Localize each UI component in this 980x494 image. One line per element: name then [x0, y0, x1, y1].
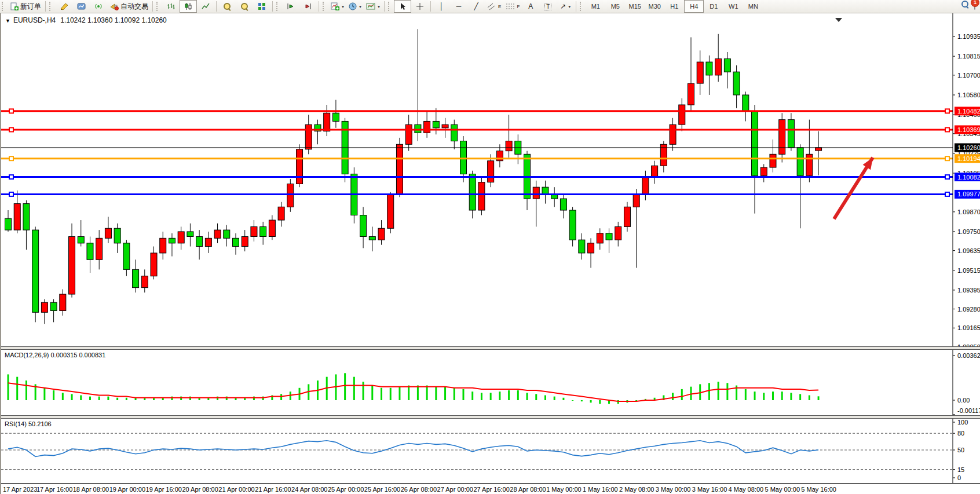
chart-shift-marker[interactable] [835, 18, 842, 22]
time-axis-label: 25 Apr 16:00 [364, 486, 400, 493]
text-tool[interactable]: A [522, 0, 539, 13]
candle-bearish [187, 232, 193, 237]
toolbar-drag-handle[interactable] [276, 2, 280, 11]
rsi-pane[interactable]: 1008050150 RSI(14) 50.2106 [1, 419, 980, 483]
candle-bullish [41, 302, 47, 312]
time-axis-label: 5 May 16:00 [801, 486, 836, 493]
arrows-tool-dropdown[interactable]: ↗ ▾ [557, 0, 574, 13]
timeframe-button-M1[interactable]: M1 [586, 0, 605, 13]
styler-button[interactable] [55, 0, 72, 13]
candle-bullish [251, 226, 257, 236]
macd-signal-line [8, 383, 818, 401]
rsi-tick-label: 80 [957, 430, 964, 437]
hline-handle[interactable] [945, 109, 949, 113]
equidistant-channel-tool[interactable]: E [485, 0, 503, 13]
toolbar-separator [384, 1, 385, 12]
bar-chart-button[interactable] [162, 0, 180, 13]
toolbar-drag-handle[interactable] [580, 2, 584, 11]
toolbar-separator [152, 1, 153, 12]
rsi-value: 50.2106 [28, 420, 52, 427]
time-axis[interactable]: 17 Apr 202317 Apr 16:0018 Apr 08:0019 Ap… [1, 483, 980, 494]
toolbar-drag-handle[interactable] [2, 2, 6, 11]
zoom-out-button[interactable] [236, 0, 253, 13]
timeframe-button-MN[interactable]: MN [743, 0, 763, 13]
time-axis-label: 27 Apr 16:00 [473, 486, 509, 493]
timeframe-button-W1[interactable]: W1 [723, 0, 743, 13]
periods-dropdown[interactable]: ▾ [346, 0, 364, 13]
price-chart-canvas[interactable]: 1.109351.108151.107001.105801.104601.103… [1, 13, 980, 346]
hline-handle[interactable] [945, 156, 949, 160]
chart-profile-button[interactable] [72, 0, 90, 13]
search-button[interactable] [961, 1, 968, 9]
macd-histogram-bar [517, 390, 519, 400]
hline-handle[interactable] [9, 109, 13, 113]
chart-window: 1.109351.108151.107001.105801.104601.103… [0, 13, 980, 494]
time-axis-label: 28 Apr 08:00 [510, 486, 546, 493]
hline-handle[interactable] [945, 127, 949, 131]
main-price-pane[interactable]: 1.109351.108151.107001.105801.104601.103… [1, 13, 980, 346]
signal-button[interactable] [90, 0, 107, 13]
fibonacci-tool[interactable]: F [503, 0, 522, 13]
candle-bullish [697, 62, 703, 83]
candle-bearish [743, 95, 749, 111]
indicators-dropdown[interactable]: ▾ [328, 0, 346, 13]
candle-bullish [96, 238, 103, 259]
candle-bullish [396, 144, 403, 193]
candle-bearish [360, 215, 367, 237]
hline-handle[interactable] [945, 175, 949, 179]
templates-dropdown[interactable]: ▾ [364, 0, 382, 13]
hline-handle[interactable] [9, 175, 13, 179]
time-axis-label: 21 Apr 16:00 [255, 486, 291, 493]
toolbar-drag-handle[interactable] [156, 2, 160, 11]
hline-handle[interactable] [9, 127, 13, 131]
clock-icon [349, 2, 357, 10]
one-click-trading-toggle[interactable]: ▼ [5, 18, 10, 24]
tile-windows-button[interactable] [253, 0, 270, 13]
hline-handle[interactable] [9, 156, 13, 160]
new-order-button[interactable]: 新订单 [8, 0, 43, 13]
toolbar-separator [216, 1, 217, 12]
cursor-tool-button[interactable] [394, 0, 411, 13]
hline-price-label: 1.10260 [957, 144, 980, 151]
candle-bearish [260, 226, 266, 236]
macd-histogram-bar [544, 396, 546, 400]
candle-bearish [114, 228, 120, 243]
auto-scroll-button[interactable] [282, 0, 299, 13]
toolbar-drag-handle[interactable] [388, 2, 392, 11]
macd-histogram-bar [189, 397, 191, 400]
candlestick-chart-button[interactable] [180, 0, 197, 13]
toolbar-drag-handle[interactable] [323, 2, 327, 11]
macd-histogram-bar [718, 382, 719, 400]
line-chart-button[interactable] [197, 0, 214, 13]
macd-canvas: 0.0036290.00-0.001171 [1, 350, 980, 415]
macd-histogram-bar [381, 388, 382, 400]
zoom-in-button[interactable] [218, 0, 236, 13]
timeframe-button-H1[interactable]: H1 [664, 0, 684, 13]
autotrading-button[interactable]: 自动交易 [107, 0, 151, 13]
vertical-line-tool[interactable]: │ [433, 0, 450, 13]
macd-histogram-bar [107, 397, 109, 400]
crosshair-tool-button[interactable] [411, 0, 429, 13]
macd-tick-label: 0.003629 [957, 352, 980, 359]
timeframe-button-M30[interactable]: M30 [645, 0, 664, 13]
chart-shift-icon [304, 2, 312, 10]
timeframe-button-D1[interactable]: D1 [704, 0, 723, 13]
timeframe-button-M5[interactable]: M5 [605, 0, 625, 13]
macd-pane[interactable]: 0.0036290.00-0.001171 MACD(12,26,9) 0.00… [1, 350, 980, 415]
candle-bullish [141, 276, 148, 288]
hline-handle[interactable] [945, 192, 949, 196]
candle-bearish [5, 218, 12, 230]
chart-shift-button[interactable] [299, 0, 317, 13]
text-label-tool[interactable]: T [539, 0, 557, 13]
hline-handle[interactable] [9, 192, 13, 196]
timeframe-button-H4[interactable]: H4 [684, 0, 704, 13]
candle-bullish [14, 204, 20, 230]
macd-histogram-bar [53, 390, 54, 400]
timeframe-button-M15[interactable]: M15 [625, 0, 645, 13]
trendline-tool[interactable]: ╱ [467, 0, 485, 13]
horizontal-line-tool[interactable]: ─ [450, 0, 467, 13]
candle-bearish [797, 148, 803, 175]
chat-button[interactable]: 1 [974, 1, 975, 9]
toolbar-drag-handle[interactable] [49, 2, 53, 11]
time-axis-label: 3 May 16:00 [692, 486, 727, 493]
